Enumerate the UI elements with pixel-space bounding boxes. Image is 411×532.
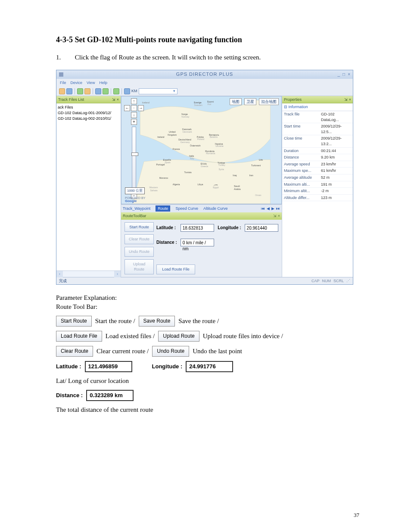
pan-down-icon[interactable]: ↓: [131, 112, 137, 118]
load-route-file-button[interactable]: Load Route File: [156, 264, 195, 274]
minimize-icon[interactable]: _: [338, 72, 340, 78]
scrollbar-track[interactable]: [63, 271, 114, 277]
doc-text: Load existed files /: [106, 332, 155, 341]
status-num: NUM: [322, 278, 331, 284]
tree-item[interactable]: GD-102 DataLog-002-2010/01/: [58, 116, 119, 121]
tab-next-icon[interactable]: ▶: [271, 206, 274, 212]
track-files-tree[interactable]: ack Files GD-102 DataLog-001-2009/12/ GD…: [56, 103, 121, 270]
scroll-left-icon[interactable]: ‹: [56, 271, 63, 277]
property-row: Maximum spe...61 km/hr: [282, 168, 353, 174]
menu-device[interactable]: Device: [71, 80, 83, 86]
property-key: Altitude differ...: [284, 195, 321, 201]
latitude-input[interactable]: 18.632813: [181, 224, 214, 232]
tab-track-waypoint[interactable]: Track_Waypoint: [123, 206, 150, 212]
tab-altitude-curve[interactable]: Altitude Curve: [203, 206, 228, 212]
doc-distance-value: 0.323289 km: [86, 390, 134, 401]
toolbar-save-icon[interactable]: [66, 88, 72, 94]
distance-label: Distance :: [156, 240, 177, 246]
svg-text:Iraq: Iraq: [233, 174, 237, 177]
pan-right-icon[interactable]: →: [138, 105, 144, 111]
close-icon[interactable]: ×: [348, 72, 350, 78]
maximize-icon[interactable]: □: [342, 72, 345, 78]
svg-text:Sweden: Sweden: [194, 104, 202, 106]
pin-icon[interactable]: ⇲: [273, 213, 277, 219]
svg-text:Turkey: Turkey: [218, 164, 225, 166]
map-type-map[interactable]: 地图: [230, 98, 242, 106]
toolbar-separator: [93, 88, 93, 94]
toolbar-open-icon[interactable]: [59, 88, 65, 94]
horizontal-scrollbar[interactable]: ‹ ›: [56, 271, 121, 277]
titlebar: GPS DIRECTOR PLUS _ □ ×: [56, 70, 353, 79]
map-scalebar: 1000 公里: [125, 187, 145, 194]
longitude-label: Longitude :: [218, 225, 241, 231]
tab-last-icon[interactable]: ⏭: [276, 206, 280, 212]
tab-route[interactable]: Route: [156, 205, 170, 212]
toolbar-go-icon[interactable]: [77, 88, 83, 94]
property-row: Maximum alti...191 m: [282, 181, 353, 188]
pin-icon[interactable]: ⇲: [344, 97, 348, 103]
toolbar-flag-icon[interactable]: [84, 88, 90, 94]
tree-item[interactable]: GD-102 DataLog-001-2009/12/: [58, 110, 119, 116]
longitude-input[interactable]: 20.961440: [245, 224, 278, 232]
clear-route-button[interactable]: Clear Route: [125, 234, 154, 244]
scroll-right-icon[interactable]: ›: [114, 271, 121, 277]
svg-text:Western: Western: [149, 186, 158, 189]
map-type-sat[interactable]: 卫星: [244, 98, 256, 106]
statusbar: 完成 CAP NUM SCRL ⋰: [56, 277, 353, 285]
menubar: File Device View Help: [56, 79, 353, 87]
toolbar-import-icon[interactable]: [103, 88, 109, 94]
zoom-slider[interactable]: [132, 127, 136, 191]
pin-icon[interactable]: ⇲: [112, 97, 115, 103]
coords-description: Lat/ Long of cursor location: [56, 376, 359, 386]
map-viewport[interactable]: Iceland Sverige Sweden Suomi Finl Norge …: [121, 96, 282, 204]
tree-root[interactable]: ack Files: [58, 105, 119, 110]
property-value: 52 m: [321, 175, 351, 180]
zoom-in-icon[interactable]: +: [131, 119, 137, 125]
resize-grip-icon[interactable]: ⋰: [346, 278, 350, 284]
svg-text:Poland: Poland: [197, 138, 205, 140]
map-type-hybrid[interactable]: 混合地图: [259, 98, 279, 106]
toolbar-help-icon[interactable]: [124, 88, 130, 94]
upload-route-button[interactable]: Upload Route: [125, 259, 154, 274]
toolbar-export-icon[interactable]: [95, 88, 101, 94]
property-row: Average speed23 km/hr: [282, 161, 353, 168]
distance-input[interactable]: 0 km / mile / nm: [181, 239, 214, 246]
close-panel-icon[interactable]: ×: [117, 97, 119, 103]
status-scrl: SCRL: [333, 278, 344, 284]
svg-text:Spain: Spain: [165, 161, 171, 163]
tab-speed-curve[interactable]: Speed Curve: [175, 206, 198, 212]
svg-text:Belarus: Belarus: [210, 136, 218, 138]
close-panel-icon[interactable]: ×: [278, 213, 280, 219]
property-row: Altitude differ...123 m: [282, 195, 353, 202]
unit-select[interactable]: ▾: [139, 88, 177, 94]
close-panel-icon[interactable]: ×: [349, 97, 351, 103]
dropdown-arrow-icon: ▾: [172, 88, 177, 94]
menu-file[interactable]: File: [60, 80, 66, 86]
svg-text:Sverige: Sverige: [194, 101, 202, 104]
property-value: 123 m: [321, 195, 351, 201]
track-files-panel: Track Files List ⇲ × ack Files GD-102 Da…: [56, 96, 121, 277]
pan-up-icon[interactable]: ↑: [131, 98, 137, 104]
doc-distance-label: Distance :: [56, 392, 83, 399]
menu-view[interactable]: View: [87, 80, 95, 86]
doc-text: Clear current route /: [97, 347, 149, 356]
property-row: Average altitude52 m: [282, 174, 353, 181]
svg-text:Österreich: Österreich: [190, 144, 201, 146]
tab-prev-icon[interactable]: ◀: [267, 206, 270, 212]
svg-text:Oman: Oman: [255, 194, 262, 196]
svg-text:Norway: Norway: [181, 115, 189, 118]
app-icon: [59, 72, 63, 77]
property-key: Maximum alti...: [284, 182, 321, 187]
menu-help[interactable]: Help: [99, 80, 107, 86]
pan-center-icon[interactable]: ·: [131, 105, 137, 111]
undo-route-button[interactable]: Undo Route: [125, 247, 154, 257]
doc-longitude-value: 24.991776: [186, 361, 233, 372]
svg-text:Egypt: Egypt: [213, 186, 219, 189]
tab-first-icon[interactable]: ⏮: [261, 206, 265, 212]
svg-text:Algeria: Algeria: [173, 183, 180, 186]
property-value: GD-102 DataLog...: [321, 112, 351, 122]
pan-left-icon[interactable]: ←: [124, 105, 130, 111]
start-route-button[interactable]: Start Route: [125, 222, 154, 232]
toolbar-refresh-icon[interactable]: [113, 88, 119, 94]
svg-text:Italy: Italy: [190, 157, 194, 160]
